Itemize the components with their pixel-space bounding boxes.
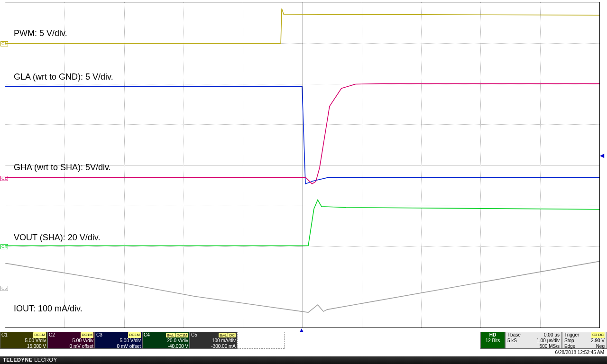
annot-gha: GHA (wrt to SHA): 5V/div.: [14, 163, 111, 173]
empty-descriptor-slot[interactable]: [237, 332, 285, 349]
trigger-box[interactable]: TriggerC3 DC Stop2.90 V EdgeNeg: [562, 332, 607, 349]
annot-pwm: PWM: 5 V/div.: [14, 28, 67, 38]
hd-box[interactable]: HD 12 Bits: [480, 332, 505, 349]
bottom-panel: C1DC1M 5.00 V/div 15.000 V C2DC1M 5.00 V…: [0, 332, 607, 355]
ch4-descriptor[interactable]: C4BwLDC1M 20.0 V/div -40.000 V: [142, 332, 190, 349]
annot-vout: VOUT (SHA): 20 V/div.: [14, 233, 100, 243]
ch3-descriptor[interactable]: C3DC1M 5.00 V/div 0 mV offset: [95, 332, 142, 349]
trigger-level-icon: ◀: [600, 152, 604, 159]
timebase-box[interactable]: Tbase0.00 µs 5 kS1.00 µs/div 500 MS/s: [505, 332, 562, 349]
ch5-descriptor[interactable]: C5BwLDC 100 mA/div -300.00 mA: [190, 332, 237, 349]
annot-iout: IOUT: 100 mA/div.: [14, 304, 83, 314]
waveform-grid: C1 C2 C4 C5 ◀ ▲ PWM: 5 V/div. GLA (wrt t…: [5, 2, 600, 328]
datetime: 6/28/2018 12:52:45 AM: [555, 350, 604, 355]
ch1-descriptor[interactable]: C1DC1M 5.00 V/div 15.000 V: [0, 332, 47, 349]
footer-brand: TELEDYNE LECROY: [0, 356, 607, 364]
ch2-descriptor[interactable]: C2DC1M 5.00 V/div 0 mV offset: [47, 332, 95, 349]
annot-gla: GLA (wrt to GND): 5 V/div.: [14, 72, 113, 82]
